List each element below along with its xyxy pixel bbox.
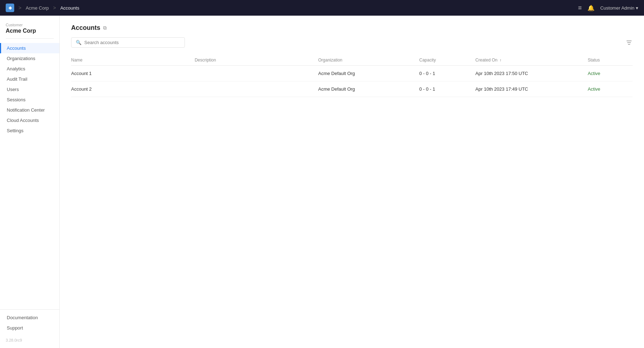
sidebar-item-users[interactable]: Users <box>0 84 59 95</box>
sort-arrow-icon: ↑ <box>500 58 501 62</box>
cell-status-2: Active <box>588 81 633 97</box>
sidebar-divider <box>6 38 54 39</box>
breadcrumb-sep-2: > <box>53 5 56 11</box>
breadcrumb-acme-corp[interactable]: Acme Corp <box>26 5 49 11</box>
cell-capacity-2: 0 - 0 - 1 <box>419 81 475 97</box>
sidebar-item-sessions[interactable]: Sessions <box>0 95 59 105</box>
sidebar-item-notification-center[interactable]: Notification Center <box>0 105 59 115</box>
breadcrumb-accounts[interactable]: Accounts <box>60 5 79 11</box>
list-icon[interactable]: ≡ <box>578 4 582 12</box>
page-title: Accounts <box>71 24 100 32</box>
sidebar-version: 3.28.0rc9 <box>0 336 59 342</box>
cell-created-on-2: Apr 10th 2023 17:49 UTC <box>475 81 588 97</box>
sidebar: Customer Acme Corp Accounts Organization… <box>0 16 60 348</box>
sidebar-item-audit-trail[interactable]: Audit Trail <box>0 74 59 84</box>
col-header-created-on[interactable]: Created On ↑ <box>475 55 588 66</box>
user-menu[interactable]: Customer Admin ▾ <box>600 5 638 11</box>
cell-description-1 <box>195 66 318 81</box>
sidebar-item-cloud-accounts[interactable]: Cloud Accounts <box>0 115 59 125</box>
col-header-capacity: Capacity <box>419 55 475 66</box>
cell-created-on-1: Apr 10th 2023 17:50 UTC <box>475 66 588 81</box>
table-row[interactable]: Account 2 Acme Default Org 0 - 0 - 1 Apr… <box>71 81 633 97</box>
cell-name-1: Account 1 <box>71 66 195 81</box>
col-header-name: Name <box>71 55 195 66</box>
topnav-right: ≡ 🔔 Customer Admin ▾ <box>578 4 638 12</box>
page-title-export-icon[interactable]: ⧉ <box>103 25 107 31</box>
search-input-wrap: 🔍 <box>71 37 185 48</box>
search-input[interactable] <box>84 40 180 45</box>
cell-description-2 <box>195 81 318 97</box>
sidebar-item-support[interactable]: Support <box>0 323 59 333</box>
sidebar-nav: Accounts Organizations Analytics Audit T… <box>0 43 59 306</box>
page-header: Accounts ⧉ <box>71 24 633 32</box>
search-bar: 🔍 <box>71 37 633 48</box>
sidebar-item-documentation[interactable]: Documentation <box>0 312 59 323</box>
app-logo-icon[interactable]: ◈ <box>6 4 14 12</box>
table-header-row: Name Description Organization Capacity C <box>71 55 633 66</box>
col-header-status: Status <box>588 55 633 66</box>
col-header-description: Description <box>195 55 318 66</box>
filter-icon[interactable] <box>626 39 633 46</box>
cell-organization-2: Acme Default Org <box>318 81 419 97</box>
sidebar-org-name: Acme Corp <box>0 28 59 34</box>
cell-organization-1: Acme Default Org <box>318 66 419 81</box>
sidebar-item-organizations[interactable]: Organizations <box>0 53 59 64</box>
accounts-table: Name Description Organization Capacity C <box>71 55 633 97</box>
sidebar-item-settings[interactable]: Settings <box>0 125 59 136</box>
cell-status-1: Active <box>588 66 633 81</box>
user-chevron-icon: ▾ <box>636 5 638 11</box>
sidebar-bottom: Documentation Support <box>0 309 59 336</box>
search-icon: 🔍 <box>76 40 81 45</box>
breadcrumb-sep-1: > <box>18 5 21 11</box>
app-layout: Customer Acme Corp Accounts Organization… <box>0 16 644 348</box>
topnav: ◈ > Acme Corp > Accounts ≡ 🔔 Customer Ad… <box>0 0 644 16</box>
customer-label: Customer <box>0 23 59 27</box>
cell-capacity-1: 0 - 0 - 1 <box>419 66 475 81</box>
sidebar-item-accounts[interactable]: Accounts <box>0 43 59 53</box>
bell-icon[interactable]: 🔔 <box>587 5 595 11</box>
cell-name-2: Account 2 <box>71 81 195 97</box>
user-label: Customer Admin <box>600 5 634 11</box>
col-header-organization: Organization <box>318 55 419 66</box>
table-row[interactable]: Account 1 Acme Default Org 0 - 0 - 1 Apr… <box>71 66 633 81</box>
sidebar-item-analytics[interactable]: Analytics <box>0 64 59 74</box>
main-content: Accounts ⧉ 🔍 <box>60 16 644 348</box>
